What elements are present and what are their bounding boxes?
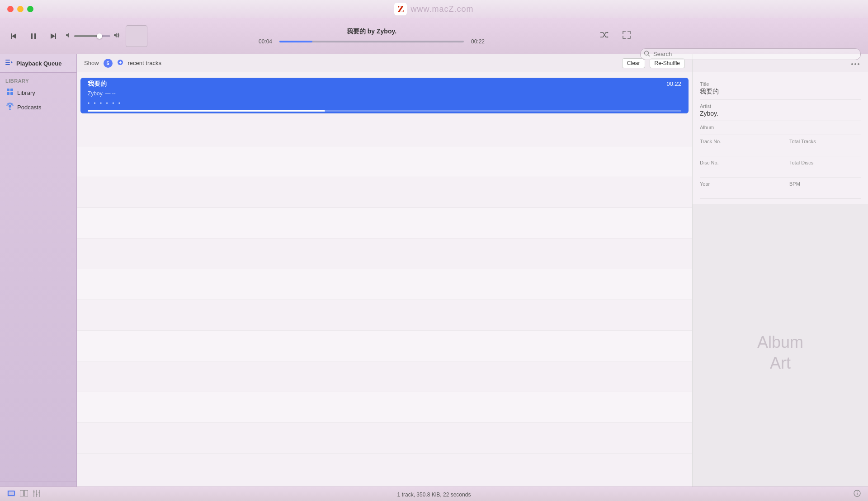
now-playing-title: 我要的 by Zyboy. bbox=[347, 28, 396, 36]
queue-item[interactable] bbox=[77, 392, 692, 423]
expand-button[interactable] bbox=[618, 28, 635, 43]
svg-rect-36 bbox=[24, 490, 28, 496]
queue-item[interactable] bbox=[77, 146, 692, 177]
next-button[interactable] bbox=[47, 30, 60, 42]
artist-value: Zyboy. bbox=[700, 110, 861, 117]
queue-item[interactable] bbox=[77, 331, 692, 361]
active-track-title: 我要的 bbox=[88, 80, 107, 88]
queue-item[interactable] bbox=[77, 269, 692, 300]
maximize-button[interactable] bbox=[27, 6, 33, 12]
svg-rect-2 bbox=[31, 33, 33, 39]
svg-marker-8 bbox=[607, 32, 609, 33]
svg-point-45 bbox=[857, 492, 858, 492]
queue-item[interactable] bbox=[77, 300, 692, 331]
equalizer-button[interactable] bbox=[33, 490, 41, 499]
view-list-button[interactable] bbox=[20, 490, 28, 498]
total-tracks-value bbox=[789, 145, 861, 152]
svg-rect-18 bbox=[7, 92, 9, 95]
minimize-button[interactable] bbox=[17, 6, 24, 12]
queue-item[interactable] bbox=[77, 208, 692, 239]
playback-queue-icon bbox=[5, 59, 13, 68]
info-field-title: Title 我要的 bbox=[700, 78, 861, 100]
info-field-track: Track No. Total Tracks bbox=[700, 135, 861, 156]
status-text: 1 track, 350.8 KiB, 22 seconds bbox=[397, 492, 471, 498]
sidebar-library-label: Library bbox=[17, 89, 35, 96]
volume-slider[interactable] bbox=[74, 35, 110, 37]
recent-tracks-label: recent tracks bbox=[128, 60, 618, 66]
svg-rect-17 bbox=[10, 89, 13, 91]
info-fields: Title 我要的 Artist Zyboy. Album Track No. bbox=[693, 72, 868, 204]
svg-marker-4 bbox=[51, 33, 55, 39]
play-pause-button[interactable] bbox=[27, 30, 40, 42]
year-label: Year bbox=[700, 181, 771, 187]
time-current: 00:04 bbox=[259, 38, 275, 45]
album-art-area: Album Art bbox=[693, 204, 868, 501]
year-value bbox=[700, 187, 771, 195]
sidebar-playback-queue-label: Playback Queue bbox=[16, 60, 61, 67]
bottom-bar: 1 track, 350.8 KiB, 22 seconds bbox=[0, 487, 868, 501]
queue-item[interactable] bbox=[77, 116, 692, 146]
prev-button[interactable] bbox=[7, 30, 20, 42]
svg-marker-7 bbox=[114, 33, 117, 37]
volume-max-icon bbox=[113, 32, 120, 40]
title-value: 我要的 bbox=[700, 88, 861, 96]
close-button[interactable] bbox=[7, 6, 14, 12]
queue-item-active[interactable]: 我要的 00:22 Zyboy. — -- • • • • • • bbox=[80, 78, 689, 114]
album-label: Album bbox=[700, 125, 861, 130]
svg-rect-3 bbox=[34, 33, 36, 39]
total-discs-value bbox=[789, 166, 861, 173]
titlebar: Z www.macZ.com bbox=[0, 0, 868, 18]
svg-line-11 bbox=[648, 55, 650, 56]
queue-item[interactable] bbox=[77, 239, 692, 269]
volume-section bbox=[65, 32, 120, 40]
transport-controls bbox=[7, 30, 60, 42]
search-input[interactable] bbox=[640, 48, 861, 60]
info-button[interactable] bbox=[854, 490, 861, 499]
show-count-icon bbox=[117, 59, 123, 67]
sidebar-item-library[interactable]: Library bbox=[0, 85, 76, 100]
info-field-year-bpm: Year BPM bbox=[700, 178, 861, 199]
svg-rect-12 bbox=[5, 60, 10, 61]
total-discs-label: Total Discs bbox=[789, 160, 861, 165]
sidebar-item-podcasts[interactable]: Podcasts bbox=[0, 100, 76, 114]
album-art-text-line2: Art bbox=[770, 354, 791, 373]
time-total: 00:22 bbox=[468, 38, 485, 45]
volume-fill bbox=[74, 35, 98, 37]
progress-fill bbox=[279, 41, 312, 42]
svg-point-30 bbox=[851, 63, 853, 65]
bottom-center: 1 track, 350.8 KiB, 22 seconds bbox=[397, 490, 471, 498]
bottom-left bbox=[7, 490, 41, 499]
svg-marker-5 bbox=[55, 33, 56, 39]
svg-marker-0 bbox=[11, 33, 12, 39]
volume-thumb bbox=[97, 33, 102, 39]
watermark: www.macZ.com bbox=[410, 5, 473, 14]
svg-point-20 bbox=[9, 105, 11, 108]
track-no-label: Track No. bbox=[700, 139, 771, 144]
info-field-album: Album bbox=[700, 121, 861, 135]
now-playing-section: 我要的 by Zyboy. 00:04 00:22 bbox=[153, 28, 590, 45]
progress-bar[interactable] bbox=[279, 41, 464, 42]
svg-rect-16 bbox=[7, 89, 9, 91]
library-icon bbox=[6, 88, 14, 97]
library-section-header: LIBRARY bbox=[0, 73, 76, 85]
queue-item[interactable] bbox=[77, 423, 692, 454]
podcasts-icon bbox=[6, 103, 14, 112]
disc-no-value bbox=[700, 166, 771, 173]
title-label: Title bbox=[700, 81, 861, 87]
main-content: Playback Queue LIBRARY Library bbox=[0, 54, 868, 501]
queue-item[interactable] bbox=[77, 361, 692, 392]
svg-point-10 bbox=[645, 51, 649, 55]
bpm-label: BPM bbox=[789, 181, 861, 187]
show-count: 5 bbox=[104, 59, 113, 68]
queue-panel: Show 5 recent tracks Clear Re-Shuffle 我要… bbox=[77, 54, 693, 501]
queue-item[interactable] bbox=[77, 177, 692, 208]
view-single-button[interactable] bbox=[7, 490, 15, 498]
svg-rect-35 bbox=[20, 490, 24, 496]
sidebar-item-playback-queue[interactable]: Playback Queue bbox=[0, 54, 76, 73]
active-track-progress bbox=[88, 110, 681, 112]
info-panel: Title 我要的 Artist Zyboy. Album Track No. bbox=[693, 54, 868, 501]
shuffle-button[interactable] bbox=[596, 29, 613, 43]
svg-rect-19 bbox=[10, 92, 13, 95]
active-track-progress-fill bbox=[88, 110, 325, 112]
svg-marker-6 bbox=[66, 33, 69, 37]
